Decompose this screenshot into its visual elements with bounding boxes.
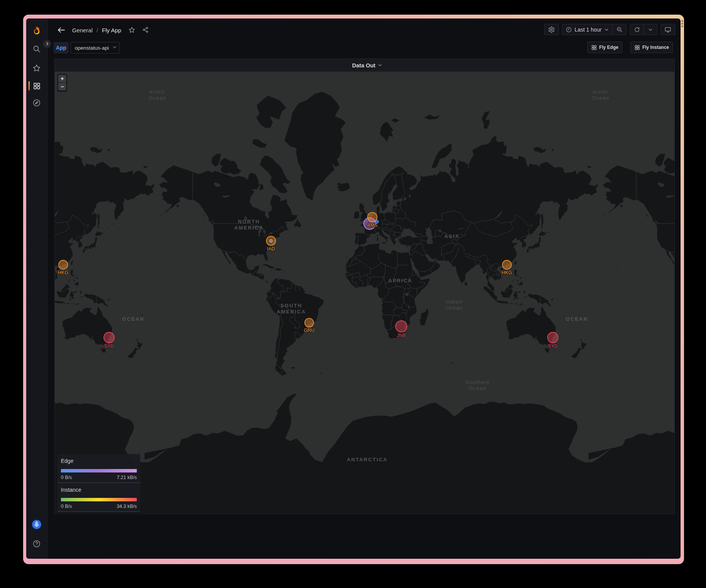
favorite-star-icon[interactable]	[128, 27, 135, 34]
link-label: Fly Instance	[642, 45, 669, 50]
map-label: SOUTH	[281, 303, 303, 308]
window-grip-dot	[681, 23, 683, 25]
marker-edge-iad[interactable]	[270, 240, 272, 242]
breadcrumb-separator: /	[96, 27, 98, 34]
map-label: NORTH	[238, 219, 260, 224]
marker-label-iad: IAD	[267, 246, 275, 251]
breadcrumb-section[interactable]: General	[72, 27, 92, 34]
legend-min: 0 B/s	[61, 504, 72, 509]
marker-label-jnb: JNB	[397, 333, 406, 338]
marker-instance-syd[interactable]	[548, 332, 558, 343]
marker-label-syd: SYD	[548, 343, 558, 349]
avatar-icon[interactable]	[29, 518, 45, 531]
legend-section-instance: Instance 0 B/s 34.3 kB/s	[57, 482, 140, 511]
map-label: ANTARCTICA	[347, 457, 388, 462]
refresh-icon[interactable]	[630, 24, 644, 35]
refresh-interval-chevron-icon[interactable]	[644, 24, 657, 35]
marker-edge-fra[interactable]	[376, 220, 379, 223]
kiosk-monitor-icon[interactable]	[661, 24, 675, 35]
map-label: Southern	[465, 379, 490, 385]
grafana-app: General / Fly App	[26, 18, 681, 559]
marker-instance-hkg[interactable]	[503, 260, 512, 270]
marker-instance-gru[interactable]	[305, 318, 314, 327]
map-label: AMERICA	[234, 225, 264, 231]
map-label: AFRICA	[388, 278, 412, 283]
compass-icon[interactable]	[29, 96, 45, 110]
main-area: General / Fly App	[47, 18, 681, 559]
breadcrumb: General / Fly App	[72, 26, 149, 34]
marker-instance-jnb[interactable]	[396, 321, 407, 332]
map-zoom-in-button[interactable]: +	[58, 75, 66, 82]
marker-label-hkg: HKG	[502, 270, 512, 276]
help-icon[interactable]	[29, 537, 45, 551]
browser-window: General / Fly App	[23, 15, 684, 564]
share-icon[interactable]	[142, 27, 149, 34]
panel-header[interactable]: Data Out	[55, 59, 674, 72]
legend-divider	[57, 511, 140, 512]
panel-title: Data Out	[352, 62, 375, 69]
marker-label-syd: SYD	[104, 343, 114, 349]
apps-icon[interactable]	[29, 79, 45, 93]
map-label: Indian	[445, 299, 462, 305]
map-zoom-out-button[interactable]: −	[58, 83, 66, 90]
zoom-out-icon[interactable]	[612, 24, 626, 35]
map-label: Ocean	[592, 95, 609, 101]
window-grip-dot	[681, 25, 683, 27]
marker-label-ams: AMS	[367, 223, 378, 228]
map-label: OCEAN	[566, 316, 588, 322]
variables-row: App openstatus-api Fly Edge	[47, 42, 681, 54]
search-icon[interactable]	[29, 42, 45, 56]
map-label: Ocean	[445, 305, 463, 311]
link-fly-edge[interactable]: Fly Edge	[587, 42, 622, 53]
sidebar-expand-button[interactable]	[43, 40, 51, 48]
map-label: Arctic	[149, 89, 165, 95]
world-map[interactable]: ArcticOceanArcticOceanNORTHAMERICAASIAAF…	[55, 72, 674, 514]
legend-title: Instance	[61, 487, 137, 493]
legend-gradient-edge	[61, 469, 137, 472]
link-label: Fly Edge	[599, 45, 619, 50]
active-indicator	[29, 81, 30, 90]
variable-value: openstatus-api	[75, 45, 109, 51]
variable-value-dropdown[interactable]: openstatus-api	[71, 42, 119, 54]
map-label: AMERICA	[277, 309, 306, 315]
sidebar	[26, 18, 47, 559]
grafana-logo[interactable]	[29, 23, 45, 37]
variable-label[interactable]: App	[54, 42, 69, 54]
map-canvas: ArcticOceanArcticOceanNORTHAMERICAASIAAF…	[55, 72, 674, 514]
map-label: ASIA	[444, 233, 460, 239]
back-arrow-icon[interactable]	[56, 25, 67, 35]
link-fly-instance[interactable]: Fly Instance	[630, 42, 673, 53]
dashboard-toolbar: Last 1 hour	[544, 24, 675, 35]
star-icon[interactable]	[29, 61, 45, 75]
breadcrumb-page[interactable]: Fly App	[102, 27, 121, 34]
map-label: Ocean	[148, 95, 166, 101]
legend-title: Edge	[61, 458, 137, 464]
legend-section-edge: Edge 0 B/s 7.21 kB/s	[57, 454, 140, 482]
legend-gradient-instance	[61, 498, 137, 501]
window-grip-dot	[681, 20, 683, 22]
dashboard-links: Fly Edge Fly Instance	[587, 42, 673, 53]
marker-instance-hkg[interactable]	[59, 260, 68, 270]
settings-gear-icon[interactable]	[545, 24, 558, 35]
nav-toolbar: General / Fly App	[47, 18, 681, 42]
marker-instance-syd[interactable]	[104, 332, 114, 343]
geomap-panel: Data Out ArcticOceanArcticOceanNORTHAMER…	[54, 59, 675, 514]
map-label: Ocean	[469, 385, 486, 391]
legend-max: 34.3 kB/s	[117, 504, 137, 509]
map-legend: Edge 0 B/s 7.21 kB/s Instance 0 B/s	[57, 454, 140, 512]
marker-label-gru: GRU	[304, 328, 314, 333]
map-label: Arctic	[592, 89, 609, 95]
time-range-label: Last 1 hour	[575, 27, 602, 33]
legend-max: 7.21 kB/s	[117, 475, 137, 480]
marker-label-hkg: HKG	[58, 270, 68, 276]
legend-min: 0 B/s	[61, 475, 72, 480]
time-range-picker[interactable]: Last 1 hour	[562, 24, 612, 35]
map-zoom-control: + −	[57, 74, 67, 92]
map-label: OCEAN	[122, 316, 145, 322]
